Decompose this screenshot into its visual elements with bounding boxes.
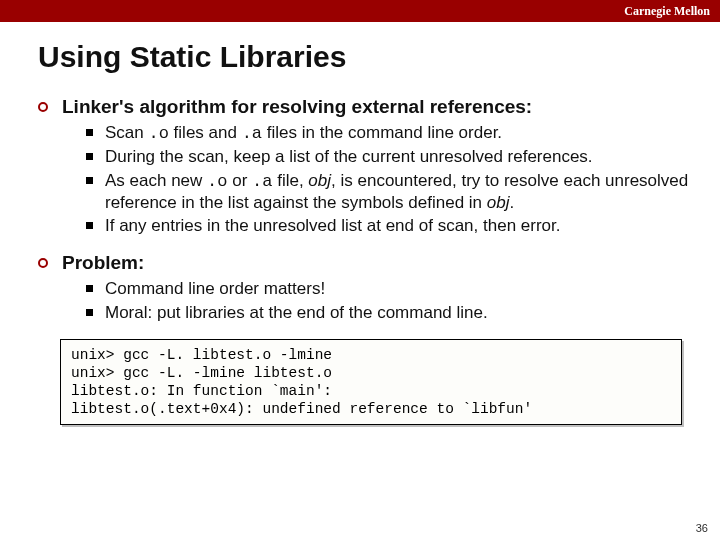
- square-bullet-icon: [86, 129, 93, 136]
- bullet-text: As each new .o or .a file, obj, is encou…: [105, 170, 690, 214]
- section-heading-2: Problem:: [38, 252, 690, 274]
- list-item: Moral: put libraries at the end of the c…: [86, 302, 690, 323]
- square-bullet-icon: [86, 285, 93, 292]
- section-heading-text: Problem:: [62, 252, 144, 274]
- square-bullet-icon: [86, 309, 93, 316]
- bullet-text: Scan .o files and .a files in the comman…: [105, 122, 502, 144]
- bullet-text: During the scan, keep a list of the curr…: [105, 146, 593, 167]
- bullet-text: Command line order matters!: [105, 278, 325, 299]
- circle-bullet-icon: [38, 102, 48, 112]
- section-heading-1: Linker's algorithm for resolving externa…: [38, 96, 690, 118]
- list-item: Command line order matters!: [86, 278, 690, 299]
- slide-title: Using Static Libraries: [38, 40, 720, 74]
- list-item: If any entries in the unresolved list at…: [86, 215, 690, 236]
- square-bullet-icon: [86, 153, 93, 160]
- page-number: 36: [696, 522, 708, 534]
- section-heading-text: Linker's algorithm for resolving externa…: [62, 96, 532, 118]
- square-bullet-icon: [86, 177, 93, 184]
- bullet-list-2: Command line order matters! Moral: put l…: [86, 278, 690, 323]
- bullet-text: Moral: put libraries at the end of the c…: [105, 302, 488, 323]
- brand-label: Carnegie Mellon: [624, 4, 710, 19]
- circle-bullet-icon: [38, 258, 48, 268]
- bullet-list-1: Scan .o files and .a files in the comman…: [86, 122, 690, 236]
- bullet-text: If any entries in the unresolved list at…: [105, 215, 560, 236]
- list-item: As each new .o or .a file, obj, is encou…: [86, 170, 690, 214]
- terminal-output: unix> gcc -L. libtest.o -lmine unix> gcc…: [60, 339, 682, 426]
- list-item: Scan .o files and .a files in the comman…: [86, 122, 690, 144]
- square-bullet-icon: [86, 222, 93, 229]
- list-item: During the scan, keep a list of the curr…: [86, 146, 690, 167]
- slide-content: Linker's algorithm for resolving externa…: [38, 96, 690, 323]
- brand-bar: Carnegie Mellon: [0, 0, 720, 22]
